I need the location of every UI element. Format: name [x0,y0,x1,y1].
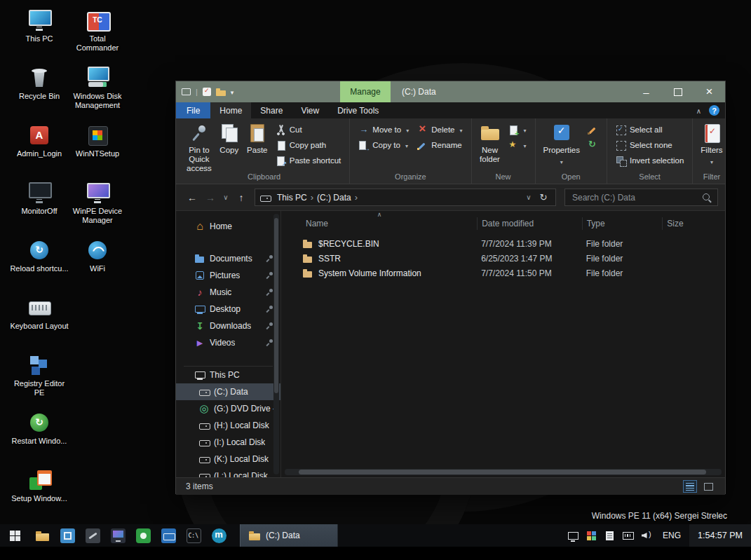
nav-item[interactable]: (H:) Local Disk [176,417,280,434]
language-indicator[interactable]: ENG [656,531,687,540]
tab-file[interactable]: File [176,102,210,118]
column-header-name[interactable]: Name [281,217,477,230]
desktop-icon-reload-shortcuts[interactable]: Reload shortcu... [10,238,69,293]
address-dropdown-chevron-icon[interactable] [522,189,536,205]
taskbar-icon-green-app[interactable] [130,524,156,547]
tray-notes-icon[interactable] [602,524,618,547]
minimize-ribbon-chevron-icon[interactable] [693,106,705,116]
nav-item[interactable]: Videos [176,334,280,351]
column-header-type[interactable]: Type [582,217,663,230]
maximize-button[interactable] [662,81,694,102]
new-item-button[interactable] [505,122,530,137]
move-to-button[interactable]: Move to [355,122,412,137]
desktop-icon-registry-editor-pe[interactable]: Registry Editor PE [10,353,69,408]
paste-button[interactable]: Paste [244,121,271,170]
qa-customize-chevron-icon[interactable] [231,87,234,97]
desktop-icon-restart-windows[interactable]: Restart Windo... [10,411,69,465]
copy-path-button[interactable]: Copy path [272,137,345,153]
desktop-icon-wifi[interactable]: WiFi [67,238,128,293]
new-folder-button[interactable]: New folder [477,121,503,170]
taskbar-icon-tools-app[interactable] [80,524,105,547]
tray-keyboard-icon[interactable] [620,524,636,547]
tab-home[interactable]: Home [210,102,251,118]
nav-item[interactable]: (L:) Local Disk [176,467,280,477]
taskbar-clock[interactable]: 1:54:57 PM [689,524,751,547]
qa-properties-icon[interactable] [203,88,211,96]
nav-item[interactable]: (G:) DVD Drive - [176,400,280,417]
close-button[interactable] [694,81,725,102]
address-bar[interactable]: This PC (C:) Data [255,189,556,206]
desktop-icon-windows-disk-management[interactable]: Windows Disk Management [67,66,128,121]
nav-item[interactable]: (C:) Data [176,383,280,400]
column-header-date-modified[interactable]: Date modified [477,217,582,230]
tab-drive-tools[interactable]: Drive Tools [328,102,388,118]
nav-item[interactable]: Downloads [176,317,280,334]
start-button[interactable] [0,524,29,547]
nav-scrollbar[interactable] [273,214,279,474]
copy-to-button[interactable]: Copy to [355,137,412,153]
desktop-icon-admin-login[interactable]: Admin_Login [10,123,69,178]
search-box[interactable] [564,189,718,206]
large-icons-view-button[interactable] [701,480,715,493]
column-header-size[interactable]: Size [662,217,725,230]
details-view-button[interactable] [683,480,697,493]
tray-display-icon[interactable] [565,524,581,547]
desktop-icon-monitor-off[interactable]: MonitorOff [10,181,69,235]
file-row[interactable]: System Volume Information 7/7/2024 11:50… [281,266,725,280]
taskbar-task-cdata[interactable]: (C:) Data [240,524,338,547]
nav-item[interactable]: Pictures [176,267,280,284]
edit-button[interactable] [584,122,602,137]
pin-to-quick-access-button[interactable]: Pin to Quick access [184,121,215,170]
qa-new-folder-icon[interactable] [216,88,226,96]
taskbar-icon-explorer[interactable] [29,524,55,547]
up-button[interactable] [232,189,250,207]
desktop-icon-winntsetup[interactable]: WinNTSetup [67,123,128,178]
recent-locations-chevron-icon[interactable] [219,189,232,207]
refresh-icon[interactable] [536,189,551,205]
nav-item[interactable]: Desktop [176,301,280,317]
cut-button[interactable]: Cut [272,122,345,137]
forward-button[interactable] [201,189,219,207]
nav-item[interactable]: Documents [176,250,280,267]
tab-view[interactable]: View [292,102,328,118]
breadcrumb-item[interactable]: (C:) Data [313,193,355,203]
desktop-icon-setup-windows[interactable]: Setup Window... [10,468,69,523]
nav-item[interactable]: This PC [176,367,280,383]
help-icon[interactable] [709,105,719,116]
properties-button[interactable]: Properties [541,121,583,170]
file-row[interactable]: SSTR 6/25/2023 1:47 PM File folder [281,251,725,266]
desktop-icon-total-commander[interactable]: Total Commander [67,8,128,63]
easy-access-button[interactable] [505,137,530,153]
tray-colors-icon[interactable] [583,524,600,547]
select-all-button[interactable]: Select all [612,122,687,137]
invert-selection-button[interactable]: Invert selection [612,153,687,168]
paste-shortcut-button[interactable]: Paste shortcut [272,153,345,168]
taskbar-icon-display-app[interactable] [105,524,130,547]
minimize-button[interactable] [630,81,662,102]
nav-item[interactable]: (I:) Local Disk [176,434,280,451]
horizontal-scrollbar[interactable] [285,469,722,475]
filters-button[interactable]: Filters [698,121,725,170]
select-none-button[interactable]: Select none [612,137,687,153]
file-row[interactable]: $RECYCLE.BIN 7/7/2024 11:39 PM File fold… [281,236,725,251]
search-input[interactable] [571,192,702,203]
taskbar-icon-keyboard-app[interactable] [156,524,181,547]
nav-item[interactable]: Home [176,218,280,235]
taskbar-icon-blue-app[interactable] [55,524,80,547]
back-button[interactable] [183,189,201,207]
title-bar[interactable]: Manage (C:) Data [176,81,725,102]
desktop-icon-this-pc[interactable]: This PC [10,8,69,63]
breadcrumb-item[interactable]: This PC [273,193,311,203]
taskbar-icon-cmd[interactable] [181,524,206,547]
taskbar-icon-teal-app[interactable] [206,524,231,547]
desktop-icon-winpe-device-manager[interactable]: WinPE Device Manager [67,181,128,235]
horizontal-scrollbar-thumb[interactable] [299,470,706,474]
delete-button[interactable]: Delete [414,122,466,137]
copy-button[interactable]: Copy [216,121,243,170]
tray-volume-icon[interactable] [638,524,654,547]
nav-scrollbar-thumb[interactable] [274,218,278,393]
nav-item[interactable]: Music [176,284,280,301]
desktop-icon-recycle-bin[interactable]: Recycle Bin [10,66,69,121]
desktop-icon-keyboard-layout[interactable]: Keyboard Layout [10,296,69,350]
nav-item[interactable]: (K:) Local Disk [176,451,280,467]
